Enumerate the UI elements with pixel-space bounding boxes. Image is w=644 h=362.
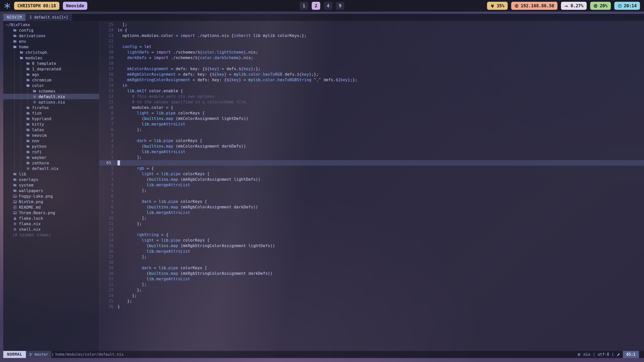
editor-line[interactable]: 22 ]; <box>99 282 644 287</box>
editor-line[interactable]: 7 lib.mergeAttrsList <box>99 121 644 127</box>
editor-line[interactable]: 19 dark = lib.pipe colorKeys [ <box>99 265 644 271</box>
editor-line[interactable]: 21 config = let <box>99 44 644 50</box>
tree-item-default.nix[interactable]: default.nix <box>3 94 99 99</box>
tree-item-schemes[interactable]: schemes <box>3 88 99 94</box>
editor-line[interactable]: 24 }; <box>99 293 644 298</box>
tree-item-home[interactable]: home <box>3 44 99 50</box>
network-badge[interactable]: 192.168.86.50 <box>511 2 557 10</box>
tree-item-christoph[interactable]: christoph <box>3 50 99 55</box>
editor-line[interactable]: 17 ]; <box>99 254 644 260</box>
tree-item-1-deprecated[interactable]: 1_deprecated <box>3 66 99 72</box>
editor-line[interactable]: 23 }; <box>99 287 644 293</box>
tree-item-overlays[interactable]: overlays <box>3 177 99 182</box>
tree-item-foggy-lake.png[interactable]: Foggy-Lake.png <box>3 193 99 199</box>
tree-item-python[interactable]: python <box>3 144 99 149</box>
editor-line[interactable]: 19 darkDefs = import ./schemes/${color.d… <box>99 55 644 61</box>
tree-item-nixflake[interactable]: ~/NixFlake <box>3 22 99 27</box>
editor-line[interactable]: 16 mkRgbColorAssignment = defs: key: {${… <box>99 72 644 77</box>
editor-line[interactable]: 4 lib.mergeAttrsList <box>99 182 644 188</box>
editor-line[interactable]: 20 (builtins.map (mkRgbStringColorAssign… <box>99 271 644 276</box>
editor-line[interactable]: 9 lib.mergeAttrsList <box>99 210 644 215</box>
editor-line[interactable]: 25 ]; <box>99 22 644 27</box>
editor-line[interactable]: 18 <box>99 260 644 265</box>
workspace-2[interactable]: 2 <box>312 2 320 10</box>
tree-item-shell.nix[interactable]: shell.nix <box>3 227 99 232</box>
editor-line[interactable]: 14 in <box>99 83 644 88</box>
editor-line[interactable]: 9 light = lib.pipe colorKeys [ <box>99 110 644 116</box>
tree-item-ags[interactable]: ags <box>3 72 99 77</box>
tree-item-three-bears.png[interactable]: Three-Bears.png <box>3 210 99 215</box>
tree-item-neovim[interactable]: neovim <box>3 132 99 138</box>
tree-item-default.nix[interactable]: default.nix <box>3 166 99 171</box>
editor-line[interactable]: 13 rgbString = { <box>99 232 644 238</box>
tree-item-flake.lock[interactable]: flake.lock <box>3 215 99 221</box>
editor-line[interactable]: 12 <box>99 227 644 232</box>
cpu-badge[interactable]: 0.27% <box>561 2 587 10</box>
editor-line[interactable]: 22 <box>99 38 644 44</box>
editor-line[interactable]: 5 <box>99 132 644 138</box>
tree-item-config[interactable]: config <box>3 27 99 33</box>
memory-badge[interactable]: 20% <box>590 2 611 10</box>
editor-line[interactable]: 2 lib.mergeAttrsList <box>99 149 644 155</box>
editor-line[interactable]: 18 <box>99 61 644 66</box>
editor-line[interactable]: 2 light = lib.pipe colorKeys [ <box>99 171 644 177</box>
workspace-1[interactable]: 1 <box>300 2 308 10</box>
editor-line[interactable]: 11 }; <box>99 221 644 227</box>
editor-line[interactable]: 11 # to the values specified in a colors… <box>99 99 644 105</box>
editor-line[interactable]: 10 ]; <box>99 215 644 221</box>
workspace-4[interactable]: 4 <box>324 2 332 10</box>
editor-line[interactable]: 3 (builtins.map (mkRgbColorAssignment li… <box>99 177 644 182</box>
tree-item-system[interactable]: system <box>3 182 99 188</box>
tree-item-kitty[interactable]: kitty <box>3 121 99 127</box>
tree-item-hyprland[interactable]: hyprland <box>3 116 99 121</box>
tree-item-zathura[interactable]: zathura <box>3 160 99 166</box>
tree-item-waybar[interactable]: waybar <box>3 155 99 160</box>
tree-item-lib[interactable]: lib <box>3 171 99 177</box>
tree-item-wallpapers[interactable]: wallpapers <box>3 188 99 193</box>
user-clock-badge[interactable]: CHRISTOPH 08:18 <box>14 2 59 10</box>
editor-line[interactable]: 24in { <box>99 27 644 33</box>
editor-line[interactable]: 8 (builtins.map (mkRgbColorAssignment da… <box>99 204 644 210</box>
tree-item-nixvim.png[interactable]: NixVim.png <box>3 199 99 204</box>
editor-line[interactable]: 17 mkColorAssignment = defs: key: {${key… <box>99 66 644 72</box>
editor-line[interactable]: 1 rgb = { <box>99 166 644 171</box>
editor-line[interactable]: 5 ]; <box>99 188 644 193</box>
tree-item-readme.md[interactable]: README.md <box>3 204 99 210</box>
editor-line[interactable]: 10 modules.color = { <box>99 105 644 110</box>
workspace-9[interactable]: 9 <box>336 2 344 10</box>
editor-line[interactable]: 26} <box>99 304 644 309</box>
editor-line[interactable]: 21 lib.mergeAttrsList <box>99 276 644 282</box>
tree-item-nnn[interactable]: nnn <box>3 138 99 144</box>
editor-line[interactable]: 16 lib.mergeAttrsList <box>99 249 644 254</box>
editor-line[interactable]: 14 light = lib.pipe colorKeys [ <box>99 238 644 243</box>
editor-line[interactable]: 15 (builtins.map (mkRgbStringColorAssign… <box>99 243 644 249</box>
editor-line[interactable]: 3 (builtins.map (mkColorAssignment darkD… <box>99 144 644 149</box>
tree-item-latex[interactable]: latex <box>3 127 99 132</box>
tab-default-nix[interactable]: 1 default.nix[1+] <box>25 14 72 21</box>
editor-line[interactable]: 6 <box>99 193 644 199</box>
editor-line[interactable]: 13 lib.mkIf color.enable { <box>99 88 644 94</box>
editor-line[interactable]: 8 (builtins.map (mkColorAssignment light… <box>99 116 644 121</box>
editor-line[interactable]: 23 options.modules.color = import ./opti… <box>99 33 644 38</box>
tree-item-firefox[interactable]: firefox <box>3 105 99 110</box>
tree-item-env[interactable]: env <box>3 38 99 44</box>
tree-item-modules[interactable]: modules <box>3 55 99 61</box>
editor-line[interactable]: 12 # This module sets its own options <box>99 94 644 99</box>
tree-item-chromium[interactable]: chromium <box>3 77 99 83</box>
tree-item-color[interactable]: color <box>3 83 99 88</box>
tree-item-flake.nix[interactable]: flake.nix <box>3 221 99 227</box>
clock-badge[interactable]: 20:14 <box>614 2 640 10</box>
editor-line[interactable]: 6 ]; <box>99 127 644 132</box>
battery-badge[interactable]: 35% <box>487 2 508 10</box>
tree-item-rofi[interactable]: rofi <box>3 149 99 155</box>
tree-item-derivations[interactable]: derivations <box>3 33 99 38</box>
active-app-badge[interactable]: Neovide <box>63 2 88 10</box>
editor-line[interactable]: 20 lightDefs = import ./schemes/${color.… <box>99 50 644 55</box>
editor-line[interactable]: 15 mkRgbStringColorAssignment = defs: ke… <box>99 77 644 83</box>
editor-cursor-line[interactable]: 65 <box>99 160 644 166</box>
tree-item-options.nix[interactable]: options.nix <box>3 99 99 105</box>
tree-item-0-template[interactable]: 0_template <box>3 61 99 66</box>
editor-line[interactable]: 7 dark = lib.pipe colorKeys [ <box>99 199 644 204</box>
tree-item-9-hidden-items[interactable]: (9 hidden items) <box>3 232 99 238</box>
editor-line[interactable]: 25 }; <box>99 298 644 304</box>
